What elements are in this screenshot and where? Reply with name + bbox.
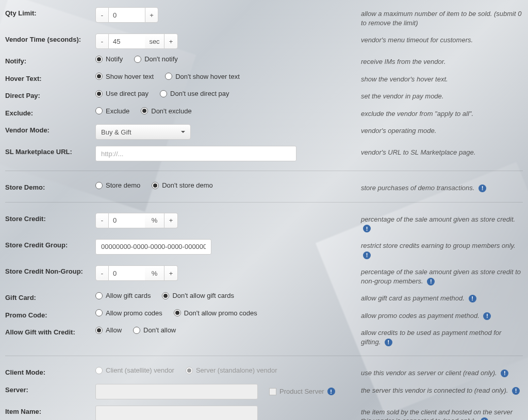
percent-addon: %: [145, 213, 164, 228]
vendor-time-decrement-button[interactable]: -: [95, 33, 109, 49]
item-name-help: the item sold by the client and hosted o…: [351, 406, 523, 420]
divider: [5, 171, 523, 171]
qty-limit-label: Qty Limit:: [5, 7, 95, 17]
info-icon[interactable]: !: [385, 339, 392, 346]
store-demo-label: Store Demo:: [5, 181, 95, 191]
gift-card-help: allow gift card as payment method. !: [351, 292, 523, 303]
info-icon[interactable]: !: [363, 225, 371, 232]
store-credit-help: percentage of the sale amount given as s…: [351, 213, 523, 233]
gift-credit-label: Allow Gift with Credit:: [5, 326, 95, 336]
client-mode-help: use this vendor as server or client (rea…: [351, 366, 523, 378]
qty-limit-decrement-button[interactable]: -: [95, 7, 109, 23]
gift-card-radio-no[interactable]: Don't allow gift cards: [162, 292, 234, 299]
sl-url-input[interactable]: [95, 146, 296, 161]
promo-radio-yes[interactable]: Allow promo codes: [95, 309, 162, 317]
item-name-input: [95, 406, 258, 420]
item-name-label: Item Name:: [5, 406, 95, 415]
info-icon[interactable]: !: [501, 369, 508, 377]
info-icon[interactable]: !: [469, 295, 476, 303]
sl-url-label: SL Marketplace URL:: [5, 146, 95, 156]
direct-radio-yes[interactable]: Use direct pay: [95, 90, 148, 97]
info-icon[interactable]: !: [483, 312, 491, 320]
notify-radio-no[interactable]: Don't notify: [134, 55, 178, 63]
client-mode-label: Client Mode:: [5, 366, 95, 376]
store-demo-help: store purchases of demo transactions. !: [351, 181, 523, 193]
divider: [5, 356, 523, 356]
qty-limit-input[interactable]: [109, 7, 145, 23]
vendor-time-unit: sec: [145, 33, 164, 49]
info-icon[interactable]: !: [327, 388, 335, 395]
product-server-checkbox: Product Server !: [269, 388, 335, 395]
qty-limit-increment-button[interactable]: +: [145, 7, 158, 23]
info-icon[interactable]: !: [481, 417, 488, 420]
vendor-mode-label: Vendor Mode:: [5, 124, 95, 134]
scng-increment-button[interactable]: +: [164, 265, 178, 281]
notify-label: Notify:: [5, 55, 95, 65]
gift-credit-help: allow credits to be used as payment meth…: [351, 326, 523, 346]
vendor-time-label: Vendor Time (seconds):: [5, 33, 95, 43]
direct-radio-no[interactable]: Don't use direct pay: [160, 90, 229, 97]
store-demo-radio-no[interactable]: Don't store demo: [152, 181, 213, 189]
direct-help: set the vendor in pay mode.: [351, 90, 523, 101]
vendor-mode-dropdown[interactable]: Buy & Gift: [95, 124, 191, 140]
direct-label: Direct Pay:: [5, 90, 95, 99]
client-mode-radio-client: Client (satellite) vendor: [95, 366, 174, 374]
hover-help: show the vendor's hover text.: [351, 73, 523, 84]
exclude-label: Exclude:: [5, 107, 95, 117]
vendor-time-input[interactable]: [109, 33, 145, 49]
exclude-radio-yes[interactable]: Exclude: [95, 107, 129, 115]
info-icon[interactable]: !: [427, 278, 435, 285]
hover-label: Hover Text:: [5, 73, 95, 82]
exclude-help: exclude the vendor from "apply to all".: [351, 107, 523, 119]
vendor-mode-help: vendor's operating mode.: [351, 124, 523, 136]
vendor-time-increment-button[interactable]: +: [164, 33, 178, 49]
gift-card-label: Gift Card:: [5, 292, 95, 301]
server-help: the server this vendor is connected to (…: [351, 384, 523, 395]
divider: [5, 202, 523, 203]
server-label: Server:: [5, 384, 95, 394]
store-credit-nongroup-help: percentage of the sale amount given as s…: [351, 265, 523, 285]
gift-credit-radio-yes[interactable]: Allow: [95, 326, 122, 334]
store-credit-group-input[interactable]: [95, 239, 211, 255]
exclude-radio-no[interactable]: Don't exclude: [141, 107, 191, 115]
qty-limit-stepper: - +: [95, 7, 158, 23]
store-credit-nongroup-label: Store Credit Non-Group:: [5, 265, 95, 275]
client-mode-radio-server: Server (standalone) vendor: [186, 366, 277, 374]
store-demo-radio-yes[interactable]: Store demo: [95, 181, 140, 189]
store-credit-decrement-button[interactable]: -: [95, 213, 109, 228]
info-icon[interactable]: !: [478, 184, 486, 192]
vendor-time-help: vendor's menu timeout for customers.: [351, 33, 523, 45]
server-input: [95, 384, 258, 399]
notify-radio-yes[interactable]: Notify: [95, 55, 123, 63]
promo-code-help: allow promo codes as payment method. !: [351, 309, 523, 321]
percent-addon: %: [145, 265, 164, 281]
info-icon[interactable]: !: [363, 251, 371, 259]
qty-limit-help: allow a maximum number of item to be sol…: [351, 7, 523, 27]
hover-radio-no[interactable]: Don't show hover text: [165, 73, 240, 80]
promo-code-label: Promo Code:: [5, 309, 95, 319]
notify-help: receive IMs from the vendor.: [351, 55, 523, 66]
store-credit-stepper: - % +: [95, 213, 178, 228]
gift-card-radio-yes[interactable]: Allow gift cards: [95, 292, 151, 299]
promo-radio-no[interactable]: Don't allow promo codes: [174, 309, 257, 317]
store-credit-label: Store Credit:: [5, 213, 95, 223]
gift-credit-radio-no[interactable]: Don't allow: [133, 326, 176, 334]
info-icon[interactable]: !: [512, 387, 520, 395]
hover-radio-yes[interactable]: Show hover text: [95, 73, 154, 80]
scng-input[interactable]: [109, 265, 145, 281]
store-credit-group-label: Store Credit Group:: [5, 239, 95, 249]
store-credit-input[interactable]: [109, 213, 145, 228]
scng-decrement-button[interactable]: -: [95, 265, 109, 281]
store-credit-group-help: restrict store credits earning to group …: [351, 239, 523, 259]
sl-url-help: vendor's URL to SL Marketplace page.: [351, 146, 523, 157]
store-credit-increment-button[interactable]: +: [164, 213, 178, 228]
store-credit-nongroup-stepper: - % +: [95, 265, 178, 281]
vendor-time-stepper: - sec +: [95, 33, 178, 49]
